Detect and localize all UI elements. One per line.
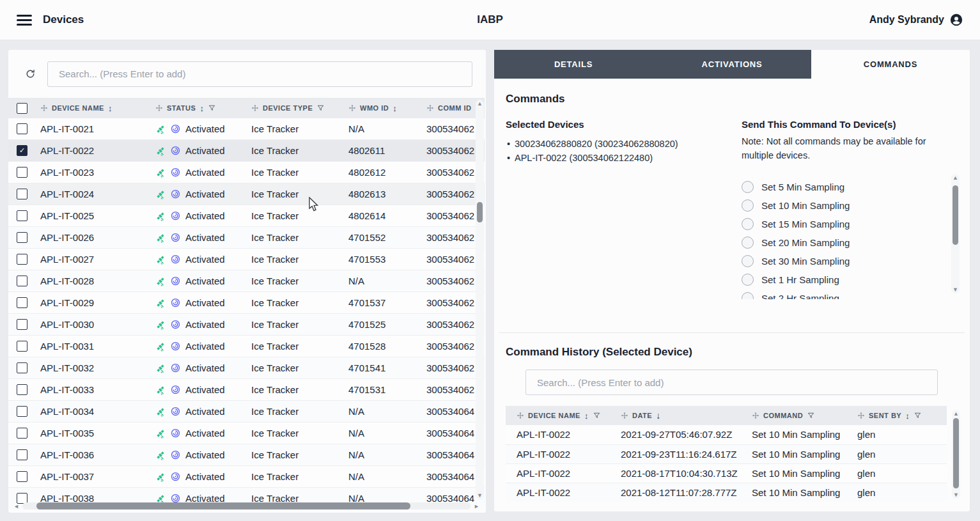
device-row[interactable]: ✓ APL-IT-0028 Activated Ice Tracker N/A … xyxy=(8,270,485,292)
command-option[interactable]: Set 20 Min Sampling xyxy=(742,233,958,252)
radio-button[interactable] xyxy=(742,237,754,249)
drag-column-icon[interactable] xyxy=(426,104,434,112)
filter-icon[interactable] xyxy=(208,104,216,112)
column-header-wmo-id[interactable]: WMO ID ↕ xyxy=(348,98,426,118)
filter-icon[interactable] xyxy=(914,412,922,419)
sort-icon[interactable]: ↕ xyxy=(584,411,589,421)
radio-button[interactable] xyxy=(742,218,754,230)
scrollbar-track[interactable] xyxy=(22,502,471,509)
column-header-device-name[interactable]: DEVICE NAME ↕ xyxy=(506,406,621,425)
row-checkbox[interactable]: ✓ xyxy=(17,319,27,330)
scroll-up-arrow[interactable]: ▲ xyxy=(952,410,960,417)
command-option[interactable]: Set 2 Hr Sampling xyxy=(742,289,958,299)
row-checkbox[interactable]: ✓ xyxy=(17,297,27,308)
scrollbar-thumb[interactable] xyxy=(36,502,410,509)
drag-column-icon[interactable] xyxy=(251,104,259,112)
row-checkbox[interactable]: ✓ xyxy=(17,189,27,199)
row-checkbox-cell[interactable]: ✓ xyxy=(8,183,40,205)
row-checkbox-cell[interactable]: ✓ xyxy=(8,314,40,336)
history-table-scrollbar[interactable]: ▲ ▼ xyxy=(952,410,960,499)
refresh-icon[interactable] xyxy=(22,66,38,82)
scrollbar-thumb[interactable] xyxy=(477,202,483,222)
radio-button[interactable] xyxy=(742,292,754,299)
device-search-input[interactable] xyxy=(47,61,472,87)
row-checkbox-cell[interactable]: ✓ xyxy=(8,118,40,140)
scrollbar-thumb[interactable] xyxy=(953,185,958,245)
row-checkbox[interactable]: ✓ xyxy=(17,123,27,134)
row-checkbox[interactable]: ✓ xyxy=(17,341,27,352)
select-all-checkbox-cell[interactable] xyxy=(8,98,40,118)
filter-icon[interactable] xyxy=(593,412,601,419)
radio-button[interactable] xyxy=(742,274,754,286)
row-checkbox[interactable]: ✓ xyxy=(17,406,27,417)
scroll-down-arrow[interactable]: ▼ xyxy=(951,286,960,293)
row-checkbox-cell[interactable]: ✓ xyxy=(8,292,40,314)
device-row[interactable]: ✓ APL-IT-0031 Activated Ice Tracker 4701… xyxy=(8,336,485,357)
device-row[interactable]: ✓ APL-IT-0034 Activated Ice Tracker N/A … xyxy=(8,401,485,423)
device-row[interactable]: ✓ APL-IT-0024 Activated Ice Tracker 4802… xyxy=(8,183,485,205)
device-table-vertical-scrollbar[interactable]: ▲ ▼ xyxy=(476,100,484,499)
scrollbar-thumb[interactable] xyxy=(953,418,959,488)
column-header-status[interactable]: STATUS ↕ xyxy=(155,98,251,118)
row-checkbox[interactable]: ✓ xyxy=(17,428,27,439)
row-checkbox[interactable]: ✓ xyxy=(17,254,27,265)
scroll-down-arrow[interactable]: ▼ xyxy=(952,492,960,498)
scroll-right-arrow[interactable]: ► xyxy=(471,503,479,509)
radio-button[interactable] xyxy=(742,199,754,212)
command-option[interactable]: Set 30 Min Sampling xyxy=(742,252,958,270)
device-row[interactable]: ✓ APL-IT-0026 Activated Ice Tracker 4701… xyxy=(8,227,485,249)
row-checkbox-cell[interactable]: ✓ xyxy=(8,249,40,270)
sort-icon[interactable]: ↕ xyxy=(199,104,204,113)
column-header-command[interactable]: COMMAND xyxy=(752,406,857,425)
sort-icon[interactable]: ↕ xyxy=(905,411,910,421)
drag-column-icon[interactable] xyxy=(621,412,628,419)
command-option[interactable]: Set 5 Min Sampling xyxy=(742,178,958,196)
row-checkbox[interactable]: ✓ xyxy=(17,471,27,482)
tab-details[interactable]: DETAILS xyxy=(494,50,653,79)
row-checkbox-cell[interactable]: ✓ xyxy=(8,357,40,379)
column-header-sent-by[interactable]: SENT BY ↕ xyxy=(857,406,947,425)
filter-icon[interactable] xyxy=(316,104,325,112)
row-checkbox[interactable]: ✓ xyxy=(17,276,27,286)
row-checkbox[interactable]: ✓ xyxy=(17,145,27,156)
device-row[interactable]: ✓ APL-IT-0029 Activated Ice Tracker 4701… xyxy=(8,292,485,314)
row-checkbox-cell[interactable]: ✓ xyxy=(8,205,40,227)
row-checkbox[interactable]: ✓ xyxy=(17,362,27,373)
scroll-down-arrow[interactable]: ▼ xyxy=(476,492,484,499)
row-checkbox-cell[interactable]: ✓ xyxy=(8,140,40,162)
column-header-date[interactable]: DATE ↓ xyxy=(621,406,752,425)
row-checkbox[interactable]: ✓ xyxy=(17,449,27,460)
device-row[interactable]: ✓ APL-IT-0035 Activated Ice Tracker N/A … xyxy=(8,423,485,444)
drag-column-icon[interactable] xyxy=(348,104,356,112)
row-checkbox-cell[interactable]: ✓ xyxy=(8,270,40,292)
row-checkbox[interactable]: ✓ xyxy=(17,232,27,243)
command-options-scrollbar[interactable]: ▲ ▼ xyxy=(951,174,960,293)
row-checkbox-cell[interactable]: ✓ xyxy=(8,227,40,249)
menu-icon[interactable] xyxy=(17,15,32,26)
column-header-device-name[interactable]: DEVICE NAME ↕ xyxy=(40,98,155,118)
command-option[interactable]: Set 10 Min Sampling xyxy=(742,196,958,215)
sort-icon[interactable]: ↕ xyxy=(393,104,397,113)
tab-commands[interactable]: COMMANDS xyxy=(811,50,970,79)
command-option[interactable]: Set 15 Min Sampling xyxy=(742,215,958,233)
sort-icon[interactable]: ↕ xyxy=(108,104,113,113)
device-row[interactable]: ✓ APL-IT-0025 Activated Ice Tracker 4802… xyxy=(8,205,485,227)
column-header-device-type[interactable]: DEVICE TYPE xyxy=(251,98,348,118)
history-search-input[interactable] xyxy=(525,369,938,395)
scroll-up-arrow[interactable]: ▲ xyxy=(476,100,484,107)
drag-column-icon[interactable] xyxy=(517,412,524,419)
row-checkbox[interactable]: ✓ xyxy=(17,384,27,395)
drag-column-icon[interactable] xyxy=(155,104,163,112)
account-icon[interactable] xyxy=(949,13,963,27)
command-option[interactable]: Set 1 Hr Sampling xyxy=(742,270,958,289)
tab-activations[interactable]: ACTIVATIONS xyxy=(653,50,811,79)
device-row[interactable]: ✓ APL-IT-0021 Activated Ice Tracker N/A … xyxy=(8,118,485,140)
device-row[interactable]: ✓ APL-IT-0027 Activated Ice Tracker 4701… xyxy=(8,249,485,270)
row-checkbox-cell[interactable]: ✓ xyxy=(8,162,40,183)
device-row[interactable]: ✓ APL-IT-0023 Activated Ice Tracker 4802… xyxy=(8,162,485,183)
drag-column-icon[interactable] xyxy=(857,412,865,419)
radio-button[interactable] xyxy=(742,181,754,193)
row-checkbox-cell[interactable]: ✓ xyxy=(8,379,40,401)
row-checkbox-cell[interactable]: ✓ xyxy=(8,336,40,357)
row-checkbox-cell[interactable]: ✓ xyxy=(8,423,40,444)
